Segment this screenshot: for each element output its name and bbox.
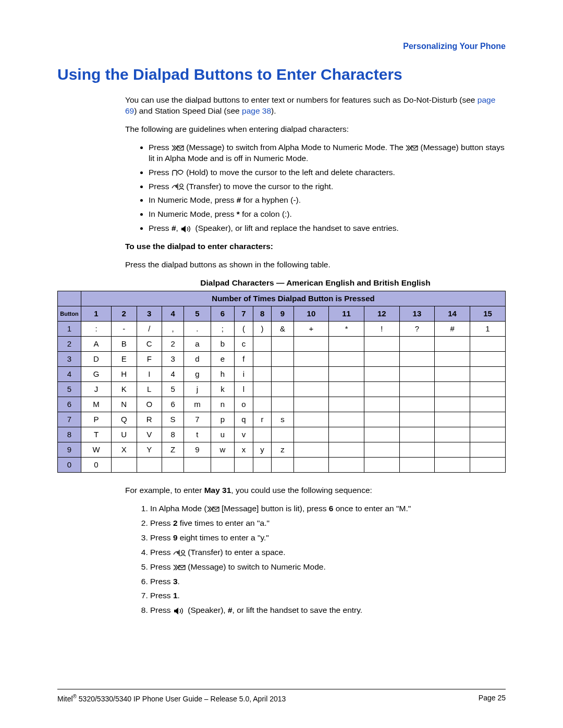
table-cell: 7	[184, 412, 211, 427]
table-row-label: 9	[58, 442, 81, 457]
list-item: Press 9 eight times to enter a "y."	[150, 533, 506, 544]
table-cell: T	[81, 427, 112, 442]
table-cell	[272, 351, 293, 366]
table-cell: Z	[162, 442, 183, 457]
table-row-label: 8	[58, 427, 81, 442]
table-cell	[364, 351, 399, 366]
table-cell: q	[235, 412, 253, 427]
table-cell	[272, 336, 293, 351]
table-row-label: 2	[58, 336, 81, 351]
page-link-38[interactable]: page 38	[242, 106, 271, 115]
table-cell	[112, 457, 137, 472]
table-cell: n	[211, 397, 234, 412]
table-cell	[435, 457, 470, 472]
table-cell: 1	[470, 321, 505, 336]
table-row-label: 4	[58, 366, 81, 381]
table-cell: 9	[184, 442, 211, 457]
table-cell	[399, 412, 435, 427]
table-cell: M	[81, 397, 112, 412]
table-col-header: 2	[112, 306, 137, 321]
table-cell: m	[184, 397, 211, 412]
table-cell: C	[137, 336, 162, 351]
table-cell: k	[211, 381, 234, 397]
table-cell: L	[137, 381, 162, 397]
table-col-header: 15	[470, 306, 505, 321]
table-cell: ,	[162, 321, 183, 336]
table-cell	[162, 457, 183, 472]
table-row: 7PQRS7pqrs	[58, 412, 506, 427]
table-col-header: 10	[293, 306, 329, 321]
table-cell: D	[81, 351, 112, 366]
table-header-span: Number of Times Dialpad Button is Presse…	[81, 291, 506, 306]
table-cell	[272, 427, 293, 442]
table-cell: b	[211, 336, 234, 351]
table-cell	[293, 366, 329, 381]
table-cell: +	[293, 321, 329, 336]
speaker-icon	[180, 225, 193, 232]
table-cell: U	[112, 427, 137, 442]
table-cell: R	[137, 412, 162, 427]
transfer-icon	[172, 183, 184, 190]
table-cell: ;	[211, 321, 234, 336]
table-cell	[272, 457, 293, 472]
table-cell	[329, 427, 364, 442]
breadcrumb: Personalizing Your Phone	[57, 42, 506, 51]
table-cell: s	[272, 412, 293, 427]
table-cell: H	[112, 366, 137, 381]
table-col-header: 8	[253, 306, 272, 321]
table-cell: g	[184, 366, 211, 381]
table-cell: #	[435, 321, 470, 336]
table-cell: u	[211, 427, 234, 442]
table-cell: y	[253, 442, 272, 457]
table-col-header: 5	[184, 306, 211, 321]
table-cell: :	[81, 321, 112, 336]
table-cell	[329, 442, 364, 457]
table-cell	[364, 442, 399, 457]
table-cell: 3	[162, 351, 183, 366]
list-item: Press 3.	[150, 576, 506, 587]
table-col-header: 3	[137, 306, 162, 321]
table-cell: &	[272, 321, 293, 336]
table-cell	[329, 366, 364, 381]
table-cell	[293, 412, 329, 427]
table-cell: j	[184, 381, 211, 397]
table-cell	[399, 442, 435, 457]
table-cell	[399, 366, 435, 381]
table-row-label: 7	[58, 412, 81, 427]
table-cell	[435, 442, 470, 457]
table-cell	[272, 397, 293, 412]
table-cell: P	[81, 412, 112, 427]
list-item: Press (Speaker), #, or lift the handset …	[150, 605, 506, 616]
table-cell	[329, 336, 364, 351]
table-cell: c	[235, 336, 253, 351]
list-item: Press 2 five times to enter an "a."	[150, 518, 506, 529]
table-cell	[329, 351, 364, 366]
table-cell: G	[81, 366, 112, 381]
table-row-label: 5	[58, 381, 81, 397]
table-row-label: 0	[58, 457, 81, 472]
table-row: 5JKL5jkl	[58, 381, 506, 397]
speaker-icon	[173, 607, 186, 614]
table-cell	[253, 336, 272, 351]
table-cell	[293, 381, 329, 397]
table-cell: W	[81, 442, 112, 457]
message-icon	[173, 564, 186, 571]
table-cell	[399, 336, 435, 351]
table-cell: 5	[162, 381, 183, 397]
table-cell	[293, 442, 329, 457]
table-cell	[435, 412, 470, 427]
table-col-header: 6	[211, 306, 234, 321]
table-cell: e	[211, 351, 234, 366]
table-cell	[293, 457, 329, 472]
table-cell: )	[253, 321, 272, 336]
table-cell: ?	[399, 321, 435, 336]
table-cell	[293, 351, 329, 366]
table-cell: Y	[137, 442, 162, 457]
table-col-header: 9	[272, 306, 293, 321]
table-col-header: 7	[235, 306, 253, 321]
list-item: Press (Message) to switch from Alpha Mod…	[149, 142, 506, 164]
table-cell	[293, 336, 329, 351]
table-cell: *	[329, 321, 364, 336]
table-row: 1:-/,.;()&+*!?#1	[58, 321, 506, 336]
message-icon	[207, 505, 219, 513]
